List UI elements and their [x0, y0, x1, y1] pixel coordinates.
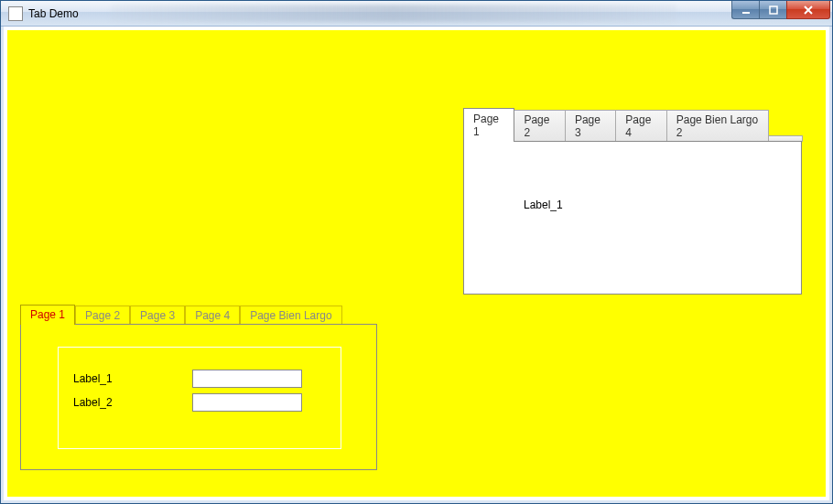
minimize-icon — [741, 5, 751, 15]
label-1-yellow: Label_1 — [73, 372, 192, 385]
maximize-button[interactable] — [759, 1, 786, 19]
tab-label: Page 2 — [524, 113, 549, 139]
tab-page-3-white[interactable]: Page 3 — [565, 110, 616, 142]
tab-label: Page 4 — [195, 309, 230, 322]
tab-page-1-white[interactable]: Page 1 — [463, 108, 514, 142]
form-row-2: Label_2 — [73, 393, 326, 412]
tabgroup-white: Page 1 Page 2 Page 3 Page 4 Page Bien La… — [463, 122, 802, 295]
tab-page-1-yellow[interactable]: Page 1 — [20, 305, 75, 325]
tab-label: Page 1 — [473, 113, 499, 138]
window: Tab Demo Page 1 Page 2 Page 3 Page 4 — [0, 0, 833, 504]
tab-label: Page 2 — [85, 309, 120, 322]
input-1-yellow[interactable] — [192, 370, 302, 388]
tab-page-bien-largo-2-white[interactable]: Page Bien Largo 2 — [666, 110, 769, 142]
tab-label: Page Bien Largo — [250, 309, 331, 322]
input-2-yellow[interactable] — [192, 393, 302, 412]
app-icon — [8, 6, 23, 21]
tabcontent-white: Label_1 — [463, 141, 802, 295]
client-area: Page 1 Page 2 Page 3 Page 4 Page Bien La… — [1, 27, 832, 503]
svg-rect-0 — [742, 12, 750, 14]
tab-page-2-white[interactable]: Page 2 — [514, 110, 565, 142]
tab-label: Page 4 — [625, 113, 651, 139]
tabstrip-yellow: Page 1 Page 2 Page 3 Page 4 Page Bien La… — [20, 305, 377, 325]
close-icon — [803, 5, 814, 15]
tab-page-4-yellow[interactable]: Page 4 — [185, 306, 240, 325]
label-1-white: Label_1 — [524, 198, 563, 211]
maximize-icon — [769, 5, 778, 15]
tab-page-4-white[interactable]: Page 4 — [615, 110, 666, 142]
tab-page-2-yellow[interactable]: Page 2 — [75, 306, 130, 325]
svg-rect-1 — [770, 6, 777, 14]
tabcontent-yellow: Label_1 Label_2 — [20, 324, 377, 470]
tab-label: Page 1 — [30, 308, 65, 321]
minimize-button[interactable] — [731, 1, 759, 19]
tab-page-3-yellow[interactable]: Page 3 — [130, 306, 185, 325]
tabstrip-white: Page 1 Page 2 Page 3 Page 4 Page Bien La… — [463, 122, 802, 142]
label-2-yellow: Label_2 — [73, 396, 192, 409]
window-title: Tab Demo — [28, 7, 79, 20]
tabgroup-yellow: Page 1 Page 2 Page 3 Page 4 Page Bien La… — [20, 305, 377, 470]
tab-label: Page 3 — [140, 309, 175, 322]
tab-label: Page Bien Largo 2 — [676, 113, 758, 139]
close-button[interactable] — [786, 1, 830, 19]
window-controls — [731, 1, 830, 19]
inner-frame: Label_1 Label_2 — [58, 347, 341, 449]
canvas: Page 1 Page 2 Page 3 Page 4 Page Bien La… — [7, 30, 826, 497]
titlebar[interactable]: Tab Demo — [1, 1, 832, 27]
form-row-1: Label_1 — [73, 370, 326, 388]
tab-page-bien-largo-yellow[interactable]: Page Bien Largo — [240, 306, 341, 325]
titlebar-blur — [111, 5, 676, 22]
tab-label: Page 3 — [575, 113, 600, 139]
